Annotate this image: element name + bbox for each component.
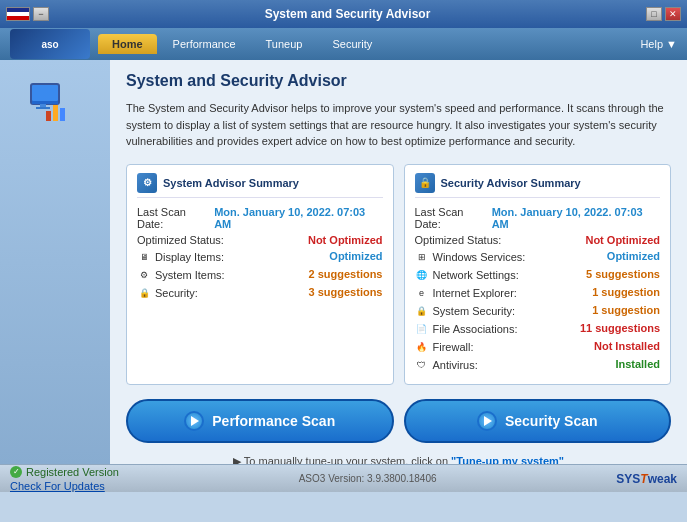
security-card-title: 🔒 Security Advisor Summary: [415, 173, 661, 198]
security-scan-button[interactable]: Security Scan: [404, 399, 672, 443]
sidebar-app-icon: [20, 70, 90, 130]
system-security-value: 3 suggestions: [309, 286, 383, 300]
system-items-value: 2 suggestions: [309, 268, 383, 282]
perf-play-triangle: [191, 416, 199, 426]
content-panel: System and Security Advisor The System a…: [110, 60, 687, 464]
system-scan-date-row: Last Scan Date: Mon. January 10, 2022. 0…: [137, 206, 383, 230]
network-icon: 🌐: [415, 268, 429, 282]
check-updates-link[interactable]: Check For Updates: [10, 480, 119, 492]
tune-up-link[interactable]: "Tune-up my system": [451, 455, 564, 465]
svg-rect-6: [53, 105, 58, 121]
security-summary-card: 🔒 Security Advisor Summary Last Scan Dat…: [404, 164, 672, 385]
system-card-icon: ⚙: [137, 173, 157, 193]
status-left: ✓ Registered Version Check For Updates: [10, 466, 119, 492]
window-controls: □ ✕: [646, 7, 681, 21]
system-security-row: 🔒 Security: 3 suggestions: [137, 286, 383, 300]
tab-home[interactable]: Home: [98, 34, 157, 54]
performance-scan-button[interactable]: Performance Scan: [126, 399, 394, 443]
page-title: System and Security Advisor: [126, 72, 671, 90]
tab-performance[interactable]: Performance: [159, 34, 250, 54]
firewall-icon: 🔥: [415, 340, 429, 354]
perf-play-icon: [184, 411, 204, 431]
security-scan-date-label: Last Scan Date:: [415, 206, 492, 230]
system-security2-icon: 🔒: [415, 304, 429, 318]
system-display-row: 🖥 Display Items: Optimized: [137, 250, 383, 264]
svg-rect-7: [60, 108, 65, 121]
system-optimized-label: Optimized Status:: [137, 234, 224, 246]
display-icon: 🖥: [137, 250, 151, 264]
security-antivirus-label: 🛡 Antivirus:: [415, 358, 478, 372]
registered-icon: ✓: [10, 466, 22, 478]
security-network-value: 5 suggestions: [586, 268, 660, 282]
svg-rect-1: [32, 85, 58, 101]
system-scan-date-label: Last Scan Date:: [137, 206, 214, 230]
system-optimized-value: Not Optimized: [308, 234, 383, 246]
file-assoc-icon: 📄: [415, 322, 429, 336]
security-firewall-value: Not Installed: [594, 340, 660, 354]
window-title: System and Security Advisor: [49, 7, 646, 21]
version-text: ASO3 Version: 3.9.3800.18406: [299, 473, 437, 484]
system-security-label: 🔒 Security:: [137, 286, 198, 300]
security-syssec-label: 🔒 System Security:: [415, 304, 516, 318]
security-ie-label: e Internet Explorer:: [415, 286, 517, 300]
close-btn[interactable]: ✕: [665, 7, 681, 21]
scan-buttons-row: Performance Scan Security Scan: [126, 399, 671, 443]
minimize-btn[interactable]: −: [33, 7, 49, 21]
security-windows-row: ⊞ Windows Services: Optimized: [415, 250, 661, 264]
app-logo: aso: [10, 29, 90, 59]
bottom-status-bar: ✓ Registered Version Check For Updates A…: [0, 464, 687, 492]
security-scan-date-value: Mon. January 10, 2022. 07:03 AM: [492, 206, 660, 230]
tab-security[interactable]: Security: [318, 34, 386, 54]
registered-text: Registered Version: [26, 466, 119, 478]
security-fileassoc-label: 📄 File Associations:: [415, 322, 518, 336]
security-ie-row: e Internet Explorer: 1 suggestion: [415, 286, 661, 300]
description-text: The System and Security Advisor helps to…: [126, 100, 671, 150]
title-bar: − System and Security Advisor □ ✕: [0, 0, 687, 28]
security-fileassoc-row: 📄 File Associations: 11 suggestions: [415, 322, 661, 336]
security-optimized-value: Not Optimized: [585, 234, 660, 246]
flag-area: −: [6, 7, 49, 21]
tab-tuneup[interactable]: Tuneup: [252, 34, 317, 54]
antivirus-icon: 🛡: [415, 358, 429, 372]
security-syssec-row: 🔒 System Security: 1 suggestion: [415, 304, 661, 318]
footer-note: ▶ To manually tune-up your system, click…: [126, 455, 671, 465]
summary-row: ⚙ System Advisor Summary Last Scan Date:…: [126, 164, 671, 385]
security-network-row: 🌐 Network Settings: 5 suggestions: [415, 268, 661, 282]
svg-rect-3: [40, 104, 46, 107]
security-syssec-value: 1 suggestion: [592, 304, 660, 318]
security-network-label: 🌐 Network Settings:: [415, 268, 519, 282]
systweak-brand: SYSTweak: [616, 472, 677, 486]
sec-play-icon: [477, 411, 497, 431]
footer-note-text: ▶ To manually tune-up your system, click…: [233, 455, 451, 465]
svg-rect-2: [32, 101, 58, 104]
system-scan-date-value: Mon. January 10, 2022. 07:03 AM: [214, 206, 382, 230]
security-ie-value: 1 suggestion: [592, 286, 660, 300]
svg-rect-4: [36, 107, 50, 109]
nav-bar: aso Home Performance Tuneup Security Hel…: [0, 28, 687, 60]
system-items-icon: ⚙: [137, 268, 151, 282]
system-display-value: Optimized: [329, 250, 382, 264]
security-fileassoc-value: 11 suggestions: [580, 322, 660, 336]
security-optimized-row: Optimized Status: Not Optimized: [415, 234, 661, 246]
windows-services-icon: ⊞: [415, 250, 429, 264]
security-antivirus-row: 🛡 Antivirus: Installed: [415, 358, 661, 372]
left-sidebar: [0, 60, 110, 464]
restore-btn[interactable]: □: [646, 7, 662, 21]
security-antivirus-value: Installed: [615, 358, 660, 372]
flag-icon: [6, 7, 30, 21]
security-firewall-row: 🔥 Firewall: Not Installed: [415, 340, 661, 354]
main-area: System and Security Advisor The System a…: [0, 60, 687, 464]
system-items-row: ⚙ System Items: 2 suggestions: [137, 268, 383, 282]
security-optimized-label: Optimized Status:: [415, 234, 502, 246]
security-scan-date-row: Last Scan Date: Mon. January 10, 2022. 0…: [415, 206, 661, 230]
sec-play-triangle: [484, 416, 492, 426]
system-display-label: 🖥 Display Items:: [137, 250, 224, 264]
svg-rect-5: [46, 111, 51, 121]
help-button[interactable]: Help ▼: [640, 38, 677, 50]
security-windows-label: ⊞ Windows Services:: [415, 250, 526, 264]
nav-tabs: Home Performance Tuneup Security: [98, 34, 640, 54]
system-card-title: ⚙ System Advisor Summary: [137, 173, 383, 198]
security-card-icon: 🔒: [415, 173, 435, 193]
registered-badge: ✓ Registered Version: [10, 466, 119, 478]
system-optimized-row: Optimized Status: Not Optimized: [137, 234, 383, 246]
